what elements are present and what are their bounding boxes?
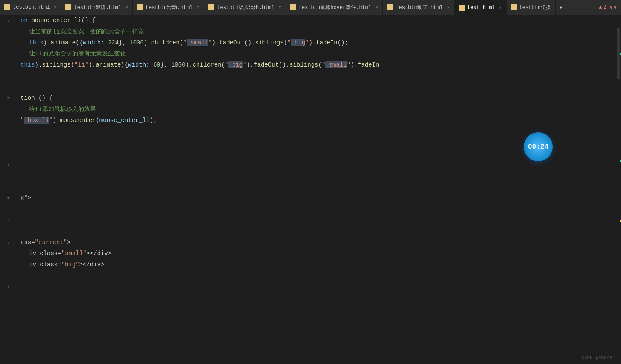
tab-testbtn-toggle[interactable]: testbtn切换 [507, 0, 556, 15]
code-line: tion () { [17, 93, 609, 104]
code-line [17, 170, 609, 181]
code-line [17, 270, 609, 281]
fold-close-marker: ▿ [5, 217, 12, 224]
tab-close-btn[interactable]: ✕ [54, 5, 56, 10]
code-editor[interactable]: on mouse_enter_li () { 让当前的li宽度变宽，变的跟大盒子… [17, 15, 609, 364]
code-line: this ). animate ({ width : 224 }, 1000 )… [17, 37, 609, 48]
fold-arrow[interactable]: ▽ [5, 17, 12, 24]
clock-widget[interactable]: 09:24 [524, 132, 553, 161]
code-line [17, 159, 609, 170]
tab-file-icon [65, 4, 71, 10]
code-line [17, 82, 609, 93]
gutter-line [0, 26, 17, 37]
gutter-line [0, 148, 17, 159]
tab-testbtn-slide[interactable]: testbtn滑动.html ✕ [133, 0, 204, 15]
fold-close-marker: ▿ [5, 161, 12, 168]
editor-container: ▽ ▽ ▿ ▽ ▿ [0, 15, 621, 364]
tab-close-btn[interactable]: ✕ [499, 5, 502, 10]
error-badge: ▲ 2 ∧ ∨ [599, 4, 621, 11]
code-line: on mouse_enter_li () { [17, 15, 609, 26]
tab-file-icon [208, 4, 214, 10]
tab-testbtn-hide[interactable]: testbtn显隐.html ✕ [61, 0, 132, 15]
gutter-line [0, 259, 17, 270]
gutter-line [0, 204, 17, 215]
code-line [17, 126, 609, 137]
code-line: ass= "current" > [17, 237, 609, 248]
minimap-area [609, 15, 621, 364]
gutter-line [0, 270, 17, 281]
gutter-line [0, 70, 17, 82]
code-line [17, 204, 609, 215]
fold-arrow[interactable]: ▽ [5, 195, 12, 201]
code-line [17, 181, 609, 192]
code-line: ".box li" ). mouseenter ( mouse_enter_li… [17, 115, 609, 126]
code-line [17, 148, 609, 159]
gutter-line [0, 48, 17, 59]
tab-testbtn-hover[interactable]: testbtn鼠标hover事件.html ✕ [286, 0, 383, 15]
gutter-line: ▿ [0, 281, 17, 292]
gutter-line: ▿ [0, 215, 17, 226]
code-line: 给li添加鼠标移入的效果 [17, 104, 609, 115]
tab-close-btn[interactable]: ✕ [197, 5, 199, 10]
gutter-line [0, 248, 17, 259]
tab-testbtn-fade[interactable]: testbtn淡入淡出.html ✕ [204, 0, 286, 15]
line-gutter: ▽ ▽ ▿ ▽ ▿ [0, 15, 17, 364]
gutter-line [0, 170, 17, 181]
gutter-line: ▿ [0, 159, 17, 170]
code-line: 让当前的li宽度变宽，变的跟大盒子一样宽 [17, 26, 609, 37]
code-line: 让li的兄弟盒子的所有元素发生变化 [17, 48, 609, 59]
tab-file-icon [511, 4, 517, 10]
tab-overflow-btn[interactable]: ▾ [556, 0, 566, 15]
tab-bar: testbtn.html ✕ testbtn显隐.html ✕ testbtn滑… [0, 0, 621, 15]
tab-file-icon [137, 4, 143, 10]
gutter-line [0, 37, 17, 48]
tab-close-btn[interactable]: ✕ [376, 5, 378, 10]
code-line: iv class= "small" ></div> [17, 248, 609, 259]
tab-testbtn-anim[interactable]: testbtn动画.html ✕ [383, 0, 454, 15]
code-line [17, 281, 609, 292]
code-line: iv class= "big" ></div> [17, 259, 609, 270]
code-line [17, 137, 609, 148]
gutter-line [0, 104, 17, 115]
gutter-line [0, 126, 17, 137]
gutter-line [0, 82, 17, 93]
code-line: x " > [17, 192, 609, 204]
scrollbar-thumb[interactable] [617, 28, 620, 79]
tab-test[interactable]: test.html ✕ [455, 0, 507, 15]
tab-close-btn[interactable]: ✕ [125, 5, 128, 10]
gutter-line [0, 59, 17, 70]
fold-arrow[interactable]: ▽ [5, 95, 12, 102]
csdn-watermark: CSDN @SSOA6 [581, 355, 612, 361]
fold-arrow[interactable]: ▽ [5, 239, 12, 246]
gutter-line [0, 115, 17, 126]
tab-file-icon [387, 4, 393, 10]
code-line [17, 70, 609, 82]
gutter-line: ▽ [0, 15, 17, 26]
tab-close-btn[interactable]: ✕ [447, 5, 450, 10]
gutter-line: ▽ [0, 93, 17, 104]
gutter-line: ▽ [0, 237, 17, 248]
tab-testbtn[interactable]: testbtn.html ✕ [0, 0, 61, 15]
gutter-line: ▽ [0, 192, 17, 204]
fold-close-marker: ▿ [5, 283, 12, 290]
gutter-line [0, 181, 17, 192]
code-line: this ). siblings ( "li" ). animate ({ wi… [17, 59, 609, 70]
tab-close-btn[interactable]: ✕ [279, 5, 281, 10]
code-line [17, 226, 609, 237]
tab-file-icon [459, 5, 465, 11]
gutter-line [0, 137, 17, 148]
code-line [17, 215, 609, 226]
gutter-line [0, 226, 17, 237]
tab-file-icon [290, 4, 296, 10]
tab-file-icon [4, 4, 10, 10]
